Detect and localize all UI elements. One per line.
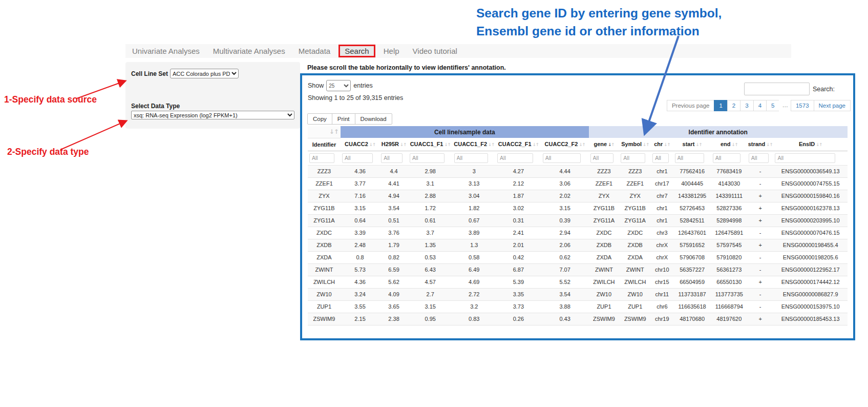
next-page-button[interactable]: Next page [814,100,851,111]
cell-strand: - [747,177,774,190]
cell-chr: chr1 [651,202,673,214]
print-button[interactable]: Print [332,113,355,125]
filter-input-start[interactable] [675,153,705,163]
cell-cuacc2: 2.15 [341,313,379,325]
filter-input-gene[interactable] [590,153,614,163]
column-header-cuacc2-f1[interactable]: CUACC2_F1↓↑ [496,138,541,151]
page-button-4[interactable]: 4 [753,100,767,111]
nav-tab-help[interactable]: Help [377,47,406,55]
filter-input-cuacc1-f2[interactable] [454,153,489,163]
cell-cuacc2-f2: 2.06 [541,239,589,251]
cell-line-set-label: Cell Line Set [131,70,168,77]
nav-tab-search[interactable]: Search [338,45,375,57]
column-header-cuacc2-f2[interactable]: CUACC2_F2↓↑ [541,138,589,151]
download-button[interactable]: Download [355,113,392,125]
cell-cuacc2: 5.73 [341,263,379,276]
data-type-select[interactable]: xsq: RNA-seq Expression (log2 FPKM+1) [131,111,294,119]
nav-tab-univariate-analyses[interactable]: Univariate Analyses [125,47,206,55]
column-header-start[interactable]: start↓↑ [673,138,711,151]
cell-h295r: 6.59 [379,263,408,276]
cell-gene: ZUP1 [589,300,620,313]
cell-cuacc1-f2: 6.49 [453,263,496,276]
cell-end: 143391111 [711,190,747,202]
cell-ensid: ENSG00000036549.13 [773,165,848,177]
column-header-h295r[interactable]: H295R↓↑ [379,138,408,151]
filter-input-strand[interactable] [749,153,769,163]
cell-cuacc2: 0.8 [341,251,379,263]
filter-input-cuacc2-f2[interactable] [543,153,581,163]
table-row: ZXDB2.481.791.351.32.012.06ZXDBZXDBchrX5… [308,239,848,251]
nav-tab-metadata[interactable]: Metadata [292,47,337,55]
column-header-cuacc2[interactable]: CUACC2↓↑ [341,138,379,151]
column-header-identifier[interactable]: Identifier [308,138,341,151]
column-header-strand[interactable]: strand↓↑ [747,138,774,151]
filter-input-cuacc2-f1[interactable] [497,153,533,163]
copy-button[interactable]: Copy [307,113,332,125]
cell-cuacc2: 3.24 [341,288,379,300]
cell-gene: ZWILCH [589,276,620,288]
filter-input-cuacc2[interactable] [342,153,373,163]
cell-start: 126437601 [673,227,711,239]
cell-line-set-select[interactable]: ACC Colorado plus PDX [170,69,239,78]
page-button-1[interactable]: 1 [714,100,727,111]
cell-ensid: ENSG00000203995.10 [773,214,848,227]
search-input[interactable] [744,83,810,95]
cell-cuacc1-f1: 2.98 [408,165,453,177]
previous-page-button[interactable]: Previous page [667,100,715,111]
cell-symbol: ZZEF1 [619,177,651,190]
cell-cuacc1-f1: 2.88 [408,190,453,202]
page-button-1573[interactable]: 1573 [791,100,814,111]
cell-symbol: ZYX [619,190,651,202]
cell-identifier: ZWILCH [308,276,341,288]
page-length-select[interactable]: 25 [326,80,351,91]
column-header-chr[interactable]: chr↓↑ [651,138,673,151]
cell-ensid: ENSG00000159840.16 [773,190,848,202]
table-row: ZYG11A0.640.510.610.670.310.39ZYG11AZYG1… [308,214,848,227]
page-button-2[interactable]: 2 [727,100,740,111]
cell-ensid: ENSG00000074755.15 [773,177,848,190]
cell-line-set-row: Cell Line Set ACC Colorado plus PDX [131,69,239,78]
column-header-end[interactable]: end↓↑ [711,138,747,151]
cell-chr: chr17 [651,177,673,190]
group-header-sort-cell[interactable]: ↓↑ [308,126,341,138]
cell-cuacc2: 4.36 [341,165,379,177]
cell-gene: ZXDA [589,251,620,263]
results-panel: Show 25 entries Showing 1 to 25 of 39,31… [300,73,855,340]
column-header-symbol[interactable]: Symbol↓↑ [619,138,651,151]
column-header-label: CUACC2 [345,141,368,147]
filter-input-chr[interactable] [652,153,669,163]
filter-input-symbol[interactable] [621,153,645,163]
sort-asc-arrow: ↑ [819,142,822,147]
filter-input-cuacc1-f1[interactable] [410,153,445,163]
filter-cell-cuacc1-f2 [453,151,496,165]
cell-cuacc2-f2: 3.06 [541,177,589,190]
nav-tab-multivariate-analyses[interactable]: Multivariate Analyses [206,47,292,55]
column-header-gene[interactable]: gene↓↑ [589,138,620,151]
cell-ensid: ENSG00000174442.12 [773,276,848,288]
cell-symbol: ZSWIM9 [619,313,651,325]
page-button-3[interactable]: 3 [740,100,753,111]
column-header-row: IdentifierCUACC2↓↑H295R↓↑CUACC1_F1↓↑CUAC… [308,138,848,151]
nav-tab-video-tutorial[interactable]: Video tutorial [406,47,464,55]
cell-symbol: ZXDB [619,239,651,251]
cell-start: 66504959 [673,276,711,288]
column-header-cuacc1-f2[interactable]: CUACC1_F2↓↑ [453,138,496,151]
cell-start: 4004445 [673,177,711,190]
page-button-5[interactable]: 5 [766,100,779,111]
filter-input-identifier[interactable] [309,153,334,163]
cell-chr: chr11 [651,288,673,300]
cell-ensid: ENSG00000086827.9 [773,288,848,300]
column-header-cuacc1-f1[interactable]: CUACC1_F1↓↑ [408,138,453,151]
column-header-ensid[interactable]: EnsID↓↑ [773,138,848,151]
cell-cuacc2-f2: 5.52 [541,276,589,288]
cell-gene: ZW10 [589,288,620,300]
cell-symbol: ZWILCH [619,276,651,288]
sort-icon: ↓↑ [488,142,494,147]
filter-input-h295r[interactable] [381,153,403,163]
table-row: ZXDA0.80.820.530.580.420.62ZXDAZXDAchrX5… [308,251,848,263]
filter-input-ensid[interactable] [775,153,835,163]
sort-icon: ↓↑ [579,142,585,147]
filter-input-end[interactable] [713,153,740,163]
table-row: ZWINT5.736.596.436.496.877.07ZWINTZWINTc… [308,263,848,276]
cell-strand: + [747,190,774,202]
